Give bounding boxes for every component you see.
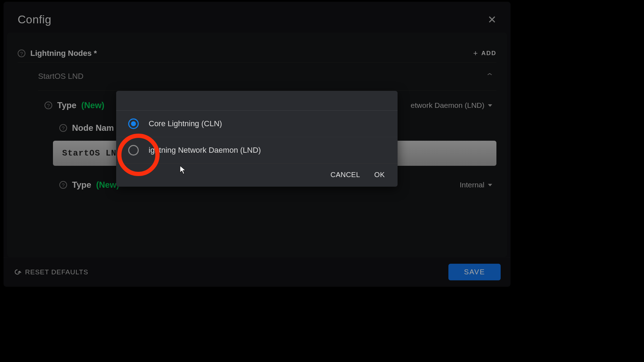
add-label: ADD [481,50,496,57]
help-icon[interactable]: ? [18,49,25,57]
type-label: Type [57,100,76,110]
lightning-nodes-section: ? Lightning Nodes * + ADD [18,44,496,63]
new-tag: (New) [81,100,104,110]
help-icon[interactable]: ? [44,101,52,109]
sub-type-value: Internal [460,181,484,189]
node-name-value: StartOS LND [62,148,122,158]
node-header[interactable]: StartOS LND ⌃ [38,63,496,90]
type-dropdown[interactable]: etwork Daemon (LND) [411,101,492,110]
radio-selected-icon [128,118,139,129]
caret-down-icon [488,104,492,107]
sub-type-dropdown[interactable]: Internal [460,181,492,189]
help-icon[interactable]: ? [59,124,67,132]
sub-type-label: Type [72,180,91,190]
radio-option-cln[interactable]: Core Lightning (CLN) [116,111,398,137]
reset-label: RESET DEFAULTS [25,268,88,276]
popup-actions: CANCEL OK [116,164,398,187]
new-tag: (New) [96,180,119,190]
close-icon[interactable]: ✕ [488,14,496,25]
panel-footer: ↻ RESET DEFAULTS SAVE [4,257,511,287]
reload-icon: ↻ [11,266,23,278]
ok-button[interactable]: OK [374,171,385,179]
help-icon[interactable]: ? [59,181,67,189]
save-button[interactable]: SAVE [448,264,501,280]
add-button[interactable]: + ADD [473,49,496,58]
chevron-up-icon: ⌃ [485,72,494,81]
radio-label: ightning Network Daemon (LND) [149,146,261,155]
node-name-label: Node Nam [72,123,114,133]
node-name: StartOS LND [38,72,83,81]
radio-unselected-icon [128,145,139,156]
panel-header: Config ✕ [4,2,511,33]
radio-label: Core Lightning (CLN) [149,119,222,128]
reset-button[interactable]: ↻ RESET DEFAULTS [13,267,88,277]
save-label: SAVE [464,268,485,276]
cancel-button[interactable]: CANCEL [330,171,360,179]
page-title: Config [18,13,52,26]
plus-icon: + [473,49,478,58]
type-select-popup: Core Lightning (CLN) ightning Network Da… [116,91,398,187]
radio-option-lnd[interactable]: ightning Network Daemon (LND) [116,137,398,164]
section-title: Lightning Nodes * [30,49,97,58]
caret-down-icon [488,184,492,186]
popup-header [116,91,398,111]
type-value: etwork Daemon (LND) [411,101,484,110]
